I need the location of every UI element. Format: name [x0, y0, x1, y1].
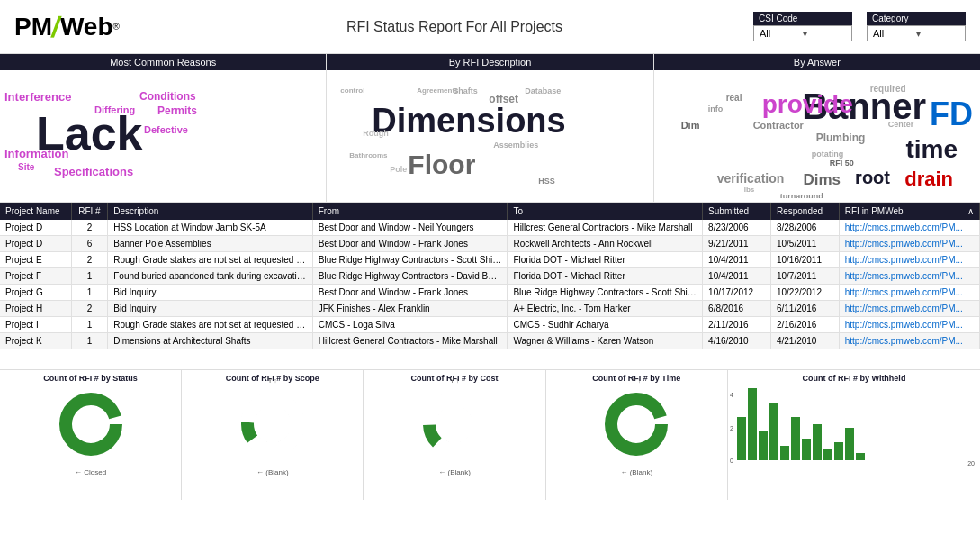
word-plumbing: Plumbing	[816, 131, 866, 144]
cell-project: Project H	[0, 301, 71, 317]
category-label: Category	[867, 12, 966, 25]
donut-label-scope-y: Y ↑	[268, 377, 277, 384]
donut-label-cost-y: Y ↑	[450, 377, 459, 384]
csi-code-value: All	[760, 28, 803, 39]
table-row: Project K 1 Dimensions at Architectural …	[0, 333, 980, 349]
cell-responded: 10/16/2011	[770, 252, 839, 268]
bar-item	[748, 388, 757, 460]
col-header-to: To	[508, 203, 703, 220]
rfi-link: http://cmcs.pmweb.com/PM...	[845, 222, 963, 232]
cell-responded: 6/11/2016	[770, 301, 839, 317]
logo: PM / Web ®	[14, 13, 120, 41]
cloud-content-answer: Banner FD time drain root Dims provide v…	[654, 70, 980, 198]
cell-submitted: 6/8/2016	[703, 301, 771, 317]
donut-label-time-y: Y ↑	[632, 377, 641, 384]
cell-desc: Banner Pole Assemblies	[108, 236, 313, 252]
cell-link[interactable]: http://cmcs.pmweb.com/PM...	[839, 301, 979, 317]
svg-point-11	[611, 399, 661, 449]
cell-link[interactable]: http://cmcs.pmweb.com/PM...	[839, 268, 979, 285]
header: PM / Web ® RFI Status Report For All Pro…	[0, 0, 980, 54]
logo-web: Web	[60, 13, 113, 41]
table-row: Project G 1 Bid Inquiry Best Door and Wi…	[0, 285, 980, 301]
cell-submitted: 2/11/2016	[703, 317, 771, 333]
page-title: RFI Status Report For All Projects	[156, 19, 753, 35]
word-info: info	[708, 104, 724, 113]
cell-to: CMCS - Sudhir Acharya	[508, 317, 703, 333]
svg-point-2	[66, 399, 116, 449]
cell-project: Project E	[0, 252, 71, 268]
donut-label-cost-blank: ← (Blank)	[418, 468, 490, 476]
category-select[interactable]: All ▾	[867, 25, 966, 41]
rfi-link: http://cmcs.pmweb.com/PM...	[845, 320, 963, 330]
cell-from: Best Door and Window - Frank Jones	[312, 285, 508, 301]
cell-rfi: 1	[71, 268, 108, 285]
word-clouds-section: Most Common Reasons Lack Interference Co…	[0, 54, 980, 203]
category-value: All	[873, 28, 916, 39]
cell-link[interactable]: http://cmcs.pmweb.com/PM...	[839, 333, 979, 349]
donut-svg-scope	[237, 388, 309, 460]
cell-project: Project D	[0, 220, 71, 236]
word-contractor: Contractor	[753, 120, 804, 131]
word-fd: FD	[930, 95, 973, 133]
word-dim: Dim	[681, 120, 700, 131]
cell-responded: 4/21/2010	[770, 333, 839, 349]
y-label-2: 2	[730, 425, 733, 431]
cell-from: CMCS - Loga Silva	[312, 317, 508, 333]
cell-link[interactable]: http://cmcs.pmweb.com/PM...	[839, 285, 979, 301]
category-arrow-icon: ▾	[916, 29, 959, 39]
charts-section: Count of RFI # by Status ← Closed Count …	[0, 369, 980, 500]
word-agreements: Agreements	[417, 86, 458, 95]
csi-code-select[interactable]: All ▾	[753, 25, 852, 41]
cell-submitted: 10/4/2011	[703, 268, 771, 285]
col-header-project: Project Name	[0, 203, 71, 220]
csi-code-label: CSI Code	[753, 12, 852, 25]
cloud-panel-answer: By Answer Banner FD time drain root Dims…	[654, 54, 980, 202]
cell-from: Best Door and Window - Neil Youngers	[312, 220, 508, 236]
col-header-responded: Responded	[770, 203, 839, 220]
cell-desc: Bid Inquiry	[108, 301, 313, 317]
bar-chart-wrapper: 4 2 0 20	[730, 388, 978, 478]
csi-code-arrow-icon: ▾	[803, 29, 846, 39]
cell-submitted: 9/21/2011	[703, 236, 771, 252]
word-rough: Rough	[363, 129, 389, 138]
cell-rfi: 2	[71, 301, 108, 317]
bar-item	[823, 449, 832, 460]
word-rfi50: RFI 50	[830, 159, 854, 168]
bar-chart-bars	[735, 388, 978, 460]
word-dims: Dims	[803, 171, 841, 189]
cell-link[interactable]: http://cmcs.pmweb.com/PM...	[839, 252, 979, 268]
svg-point-4	[247, 399, 298, 449]
bar-item	[791, 417, 800, 460]
chart-panel-time: Count of RFI # by Time Y ↑ ← (Blank)	[546, 370, 728, 500]
cell-rfi: 6	[71, 236, 108, 252]
cell-to: A+ Electric, Inc. - Tom Harker	[508, 301, 703, 317]
word-real: real	[726, 93, 742, 103]
word-dimensions: Dimensions	[372, 102, 565, 141]
chart-panel-cost: Count of RFI # by Cost Y ↑ ← (Blank)	[364, 370, 545, 500]
word-defective: Defective	[144, 124, 188, 135]
cloud-title-reasons: Most Common Reasons	[0, 54, 326, 70]
rfi-link: http://cmcs.pmweb.com/PM...	[845, 287, 963, 297]
chart-panel-withheld: Count of RFI # by Withheld 4 2 0 20	[728, 370, 980, 500]
filters: CSI Code All ▾ Category All ▾	[753, 12, 966, 41]
cell-link[interactable]: http://cmcs.pmweb.com/PM...	[839, 317, 979, 333]
col-header-desc: Description	[108, 203, 313, 220]
bar-item	[769, 403, 778, 460]
table-row: Project H 2 Bid Inquiry JFK Finishes - A…	[0, 301, 980, 317]
cell-submitted: 10/4/2011	[703, 252, 771, 268]
cell-to: Wagner & Williams - Karen Watson	[508, 333, 703, 349]
word-required: required	[870, 84, 906, 94]
col-header-rfi: RFI #	[71, 203, 108, 220]
word-conditions: Conditions	[139, 90, 196, 103]
bar-item	[759, 431, 768, 460]
cloud-panel-rfi-desc: By RFI Description Dimensions Floor offs…	[327, 54, 653, 202]
cell-rfi: 1	[71, 317, 108, 333]
cell-link[interactable]: http://cmcs.pmweb.com/PM...	[839, 236, 979, 252]
word-interference: Interference	[4, 90, 71, 104]
cell-from: JFK Finishes - Alex Franklin	[312, 301, 508, 317]
cell-link[interactable]: http://cmcs.pmweb.com/PM...	[839, 220, 979, 236]
donut-label-scope-blank: ← (Blank)	[237, 468, 309, 476]
word-provide: provide	[762, 90, 853, 119]
bar-item	[802, 439, 811, 460]
word-floor: Floor	[408, 150, 475, 180]
